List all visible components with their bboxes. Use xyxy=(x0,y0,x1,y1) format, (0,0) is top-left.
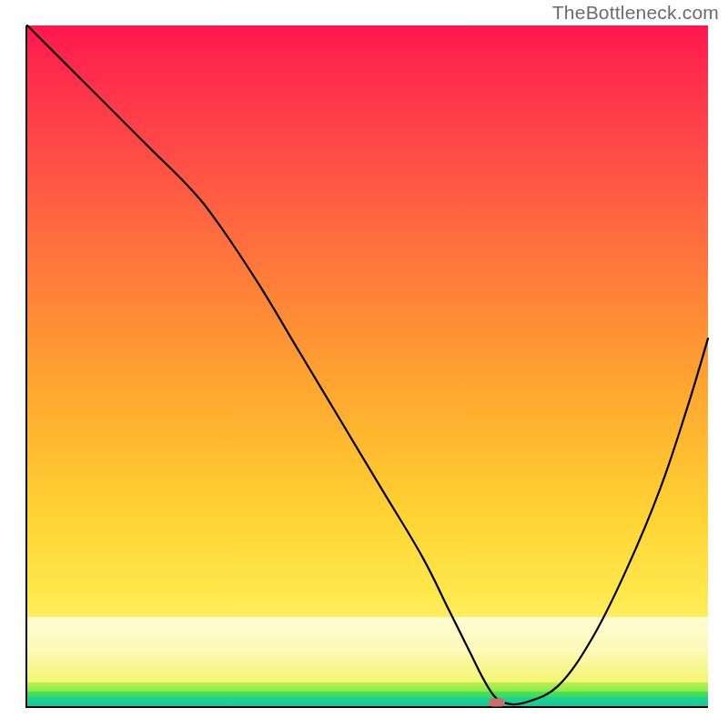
chart-container: TheBottleneck.com xyxy=(0,0,728,728)
watermark-text: TheBottleneck.com xyxy=(552,2,719,24)
optimal-point-marker xyxy=(489,699,505,707)
plot-area xyxy=(25,25,708,708)
bottleneck-curve xyxy=(27,25,708,706)
